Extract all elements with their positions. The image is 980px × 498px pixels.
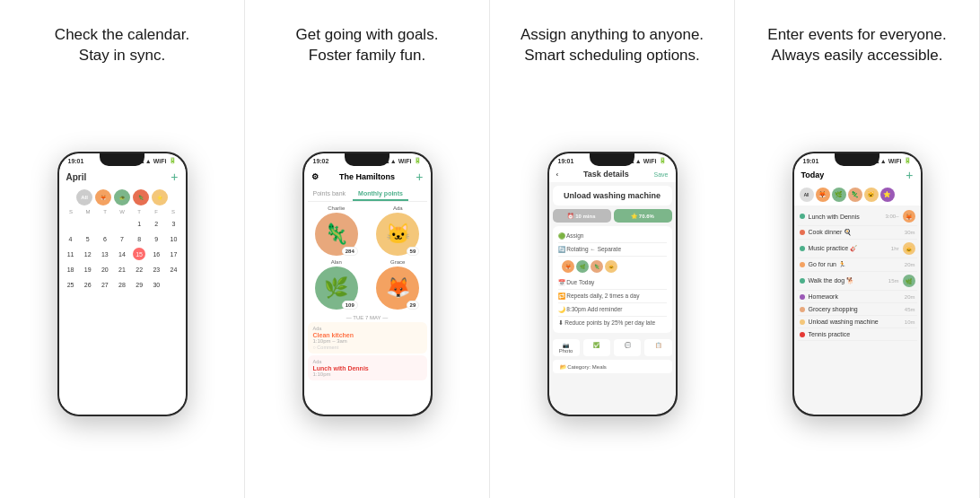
event-washing[interactable]: Unload washing machine 10m [798, 316, 917, 328]
task-checklist-tab[interactable]: ✅ [583, 339, 610, 356]
cal-cell-20[interactable]: 20 [97, 262, 113, 276]
status-icons-4: ▲▲ WiFi 🔋 [874, 157, 912, 164]
tab-monthly-points[interactable]: Monthly points [353, 188, 408, 201]
cal-cell-16[interactable]: 16 [148, 247, 164, 261]
cal-cell-7[interactable]: 7 [114, 232, 130, 246]
task-back-btn[interactable]: ‹ [556, 170, 559, 179]
cal-cell-2[interactable]: 2 [148, 216, 164, 231]
task-nav-bar: ‹ Task details Save [549, 166, 676, 182]
cal-add-btn[interactable]: + [171, 170, 178, 184]
cal-cell-5[interactable]: 5 [80, 232, 96, 246]
event-grocery[interactable]: Grocery shopping 45m [798, 303, 917, 316]
events-avatar-grace[interactable]: 🐱 [864, 188, 879, 202]
cal-avatar-ada[interactable]: 🦊 [95, 189, 111, 205]
cal-cell-3[interactable]: 3 [165, 216, 181, 231]
cal-cell-13[interactable]: 13 [97, 247, 113, 261]
cal-avatar-alan[interactable]: 🐢 [114, 189, 130, 205]
cal-cell-19[interactable]: 19 [80, 262, 96, 276]
event-time-4: 20m [905, 262, 915, 267]
cal-cell-27[interactable]: 27 [97, 277, 113, 292]
event-time-2: 30m [905, 230, 915, 235]
cal-avatar-grace[interactable]: ⭐ [152, 189, 168, 205]
day-s2: S [165, 209, 182, 214]
task-detail-due[interactable]: 📅 Due Today [558, 276, 667, 290]
cal-cell-empty-2[interactable] [80, 216, 96, 231]
task-detail-reminder[interactable]: 🌙 8:30pm Add reminder [558, 303, 667, 317]
goals-add-btn[interactable]: + [416, 170, 423, 184]
cal-cell-24[interactable]: 24 [165, 262, 181, 276]
cal-cell-15[interactable]: 15 [133, 248, 145, 260]
goals-tabs: Points bank Monthly points [308, 188, 427, 202]
events-avatar-extra[interactable]: ⭐ [880, 188, 895, 202]
event-music[interactable]: Music practice 🎸 1hr 🐱 [798, 240, 917, 258]
events-header: Today + [794, 166, 921, 184]
task-detail-points[interactable]: ⬇ Reduce points by 25% per day late [558, 317, 667, 329]
task-detail-repeat[interactable]: 🔁 Repeats daily, 2 times a day [558, 290, 667, 303]
cal-cell-empty-3[interactable] [97, 216, 113, 231]
events-avatar-alan[interactable]: 🌿 [832, 188, 846, 202]
cal-cell-10[interactable]: 10 [165, 232, 181, 246]
event-run[interactable]: Go for run 🏃 20m [798, 258, 917, 272]
cal-cell-15-wrap[interactable]: 15 [131, 247, 147, 261]
cal-cell-28[interactable]: 28 [114, 277, 130, 292]
status-icons-1: ▲▲ WiFi 🔋 [139, 157, 177, 164]
events-add-btn[interactable]: + [906, 168, 913, 182]
assignee-ada: 🦊 [562, 260, 574, 273]
event-av-5: 🌿 [903, 275, 915, 287]
events-avatar-all[interactable]: All [800, 188, 814, 202]
cal-cell-11[interactable]: 11 [63, 247, 79, 261]
cal-avatar-all[interactable]: All [76, 189, 92, 205]
event-dot-3 [800, 246, 805, 251]
phone-2: 19:02 ▲▲ WiFi 🔋 ⚙ The Hamiltons + Point [302, 152, 433, 416]
event-lunch-dennis[interactable]: Lunch with Dennis 3:00– 🦊 [798, 207, 917, 226]
events-avatar-charlie[interactable]: 🦎 [848, 188, 862, 202]
task-save-btn[interactable]: Save [654, 171, 669, 178]
task-chat-tab[interactable]: 💬 [614, 339, 641, 356]
cal-cell-1[interactable]: 1 [131, 216, 147, 231]
goals-family-name: The Hamiltons [339, 172, 395, 181]
day-w: W [114, 209, 131, 214]
goals-event-2-title: Lunch with Dennis [313, 365, 422, 371]
task-detail-assign[interactable]: 🟢 Assign [558, 230, 667, 243]
goals-event-date: — TUE 7 MAY — [308, 315, 427, 320]
task-list-tab[interactable]: 📋 [644, 339, 671, 356]
calendar-screen: April + All 🦊 🐢 🦎 ⭐ S M T W [59, 166, 186, 415]
goals-event-1[interactable]: Ada Clean kitchen 1:10pm – 3am ○ Comment [308, 322, 427, 354]
goals-event-2[interactable]: Ada Lunch with Dennis 1:10pm [308, 355, 427, 380]
battery-icon-3: 🔋 [659, 157, 667, 164]
goals-settings-icon[interactable]: ⚙ [311, 172, 319, 181]
cal-cell-14[interactable]: 14 [114, 247, 130, 261]
event-cook-dinner[interactable]: Cook dinner 🍳 30m [798, 226, 917, 240]
cal-cell-empty-1[interactable] [63, 216, 79, 231]
cal-month-label: April [66, 172, 87, 182]
task-photo-tab[interactable]: 📷 Photo [553, 339, 580, 356]
cal-cell-9[interactable]: 9 [148, 232, 164, 246]
goal-grace-score: 29 [407, 301, 420, 310]
cal-cell-17[interactable]: 17 [165, 247, 181, 261]
cal-cell-4[interactable]: 4 [63, 232, 79, 246]
cal-cell-30[interactable]: 30 [148, 277, 164, 292]
cal-cell-6[interactable]: 6 [97, 232, 113, 246]
cal-avatar-charlie[interactable]: 🦎 [133, 189, 149, 205]
event-dog[interactable]: Walk the dog 🐕 15m 🌿 [798, 272, 917, 291]
cal-cell-21[interactable]: 21 [114, 262, 130, 276]
event-tennis[interactable]: Tennis practice [798, 328, 917, 341]
cal-cell-29[interactable]: 29 [131, 277, 147, 292]
cal-cell-25[interactable]: 25 [63, 277, 79, 292]
cal-cell-22[interactable]: 22 [131, 262, 147, 276]
cal-cell-26[interactable]: 26 [80, 277, 96, 292]
status-time-1: 19:01 [68, 158, 84, 164]
battery-icon-2: 🔋 [414, 157, 422, 164]
events-avatar-ada[interactable]: 🦊 [816, 188, 830, 202]
event-homework[interactable]: Homework 20m [798, 291, 917, 303]
task-detail-rotating[interactable]: 🔄 Rotating ← Separate [558, 243, 667, 257]
day-f: F [148, 209, 165, 214]
cal-cell-23[interactable]: 23 [148, 262, 164, 276]
panel-title-goals: Get going with goals.Foster family fun. [296, 25, 439, 66]
cal-cell-8[interactable]: 8 [131, 232, 147, 246]
event-dot-4 [800, 262, 805, 267]
cal-cell-18[interactable]: 18 [63, 262, 79, 276]
cal-cell-empty-4[interactable] [114, 216, 130, 231]
cal-cell-12[interactable]: 12 [80, 247, 96, 261]
tab-points-bank[interactable]: Points bank [308, 188, 352, 201]
